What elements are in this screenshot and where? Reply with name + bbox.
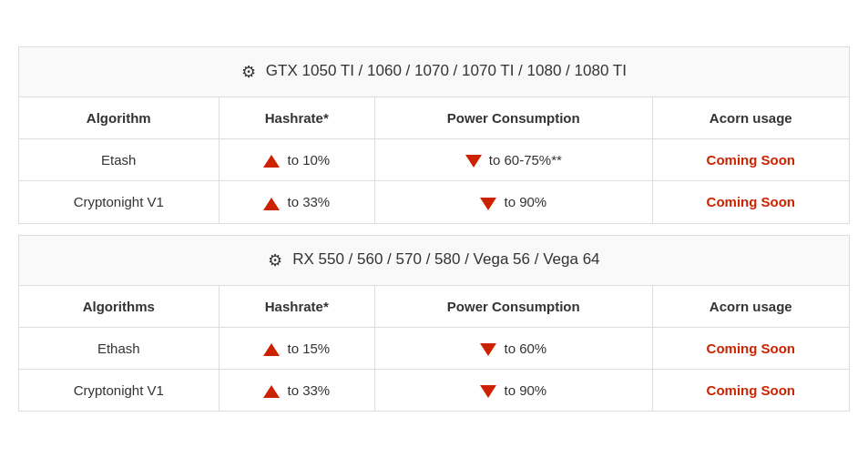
up-arrow-icon	[263, 385, 280, 398]
rx-row1-algorithm: Ethash	[19, 327, 220, 369]
gtx-row1-power-value: to 60-75%**	[489, 152, 562, 168]
rx-title: RX 550 / 560 / 570 / 580 / Vega 56 / Veg…	[292, 250, 599, 268]
rx-row1-power: to 60%	[374, 327, 652, 369]
gtx-row-2: Cryptonight V1 to 33% to 90% Coming Soon	[19, 181, 850, 223]
up-arrow-icon	[263, 155, 280, 168]
gtx-table: ⚙ GTX 1050 TI / 1060 / 1070 / 1070 TI / …	[18, 46, 850, 223]
gtx-row1-algorithm: Etash	[19, 139, 220, 181]
gtx-col-power: Power Consumption	[374, 97, 652, 139]
rx-row2-algorithm: Cryptonight V1	[19, 369, 220, 411]
gtx-row1-acorn-value: Coming Soon	[707, 152, 796, 168]
rx-row1-power-value: to 60%	[505, 341, 547, 356]
down-arrow-icon	[480, 385, 496, 398]
rx-col-power: Power Consumption	[374, 285, 652, 327]
rx-col-acorn: Acorn usage	[652, 285, 849, 327]
gtx-col-hashrate: Hashrate*	[219, 97, 374, 139]
gtx-row-1: Etash to 10% to 60-75%** Coming Soon	[19, 139, 850, 181]
gtx-row2-power-value: to 90%	[505, 194, 547, 209]
gtx-col-acorn: Acorn usage	[652, 97, 849, 139]
rx-row2-power-value: to 90%	[505, 382, 547, 398]
rx-column-headers: Algorithms Hashrate* Power Consumption A…	[19, 285, 850, 327]
rx-row1-hashrate-value: to 15%	[287, 341, 330, 356]
gtx-row1-acorn: Coming Soon	[652, 139, 849, 181]
gtx-row2-power: to 90%	[374, 181, 652, 223]
gtx-row2-acorn: Coming Soon	[652, 181, 849, 223]
gtx-row2-hashrate: to 33%	[219, 181, 374, 223]
gtx-row1-hashrate: to 10%	[219, 139, 374, 181]
rx-row2-hashrate: to 33%	[219, 369, 374, 411]
rx-section-header: ⚙ RX 550 / 560 / 570 / 580 / Vega 56 / V…	[19, 235, 850, 285]
rx-row1-acorn-value: Coming Soon	[707, 341, 796, 356]
up-arrow-icon	[263, 343, 280, 356]
rx-col-hashrate: Hashrate*	[219, 285, 374, 327]
down-arrow-icon	[480, 343, 496, 356]
gtx-row1-hashrate-value: to 10%	[287, 152, 330, 168]
gear-icon-1: ⚙	[241, 63, 256, 81]
gtx-row2-hashrate-value: to 33%	[287, 194, 330, 209]
gtx-row2-acorn-value: Coming Soon	[707, 194, 796, 209]
rx-row2-acorn: Coming Soon	[652, 369, 849, 411]
rx-row-1: Ethash to 15% to 60% Coming Soon	[19, 327, 850, 369]
gtx-column-headers: Algorithm Hashrate* Power Consumption Ac…	[19, 97, 850, 139]
rx-col-algorithm: Algorithms	[19, 285, 220, 327]
gtx-col-algorithm: Algorithm	[19, 97, 220, 139]
gear-icon-2: ⚙	[268, 251, 282, 270]
gtx-row1-power: to 60-75%**	[374, 139, 652, 181]
rx-row1-hashrate: to 15%	[219, 327, 374, 369]
rx-row-2: Cryptonight V1 to 33% to 90% Coming Soon	[19, 369, 850, 411]
gtx-section-header: ⚙ GTX 1050 TI / 1060 / 1070 / 1070 TI / …	[19, 47, 850, 97]
down-arrow-icon	[480, 198, 496, 210]
table-spacer	[18, 224, 850, 235]
up-arrow-icon	[263, 198, 280, 210]
down-arrow-icon	[465, 155, 482, 168]
rx-row1-acorn: Coming Soon	[652, 327, 849, 369]
rx-row2-power: to 90%	[374, 369, 652, 411]
gtx-row2-algorithm: Cryptonight V1	[19, 181, 220, 223]
gtx-title: GTX 1050 TI / 1060 / 1070 / 1070 TI / 10…	[266, 63, 627, 80]
rx-row2-hashrate-value: to 33%	[287, 382, 330, 398]
main-container: ⚙ GTX 1050 TI / 1060 / 1070 / 1070 TI / …	[18, 46, 850, 411]
rx-table: ⚙ RX 550 / 560 / 570 / 580 / Vega 56 / V…	[18, 235, 850, 412]
rx-row2-acorn-value: Coming Soon	[707, 382, 796, 398]
